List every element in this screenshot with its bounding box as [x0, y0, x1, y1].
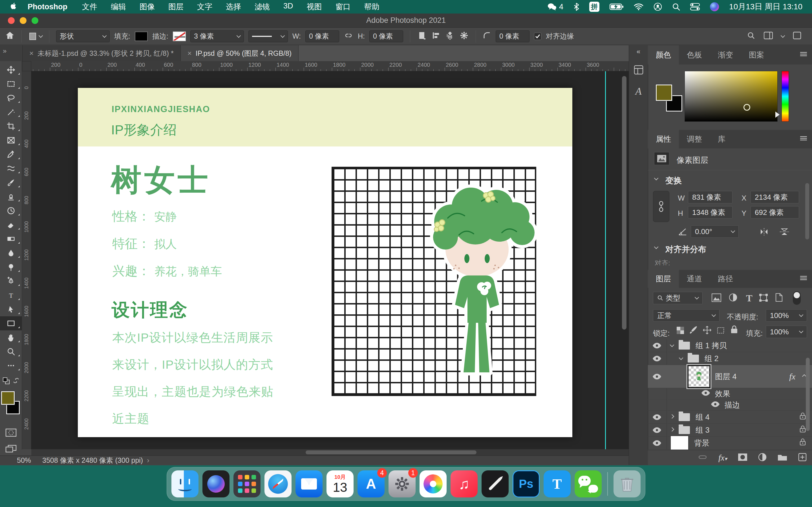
move-tool[interactable]	[0, 63, 22, 77]
transform-w-input[interactable]: 831 像素	[688, 191, 732, 203]
menu-datetime[interactable]: 10月13日 周日 13:10	[729, 1, 802, 12]
stroke-width-dropdown[interactable]: 3 像素	[190, 31, 244, 42]
flip-vertical-icon[interactable]	[779, 227, 790, 238]
document-tab-2[interactable]: ×IP.psd @ 50% (图层 4, RGB/8)	[181, 45, 299, 61]
minimize-window-button[interactable]	[20, 17, 27, 24]
layers-menu-icon[interactable]	[800, 276, 808, 282]
eraser-tool[interactable]	[0, 218, 22, 232]
fill-opacity-dropdown[interactable]: 100%	[766, 326, 807, 338]
layer-filter-toggle[interactable]	[793, 291, 801, 305]
dock-photoshop[interactable]: Ps	[513, 470, 540, 497]
transform-h-input[interactable]: 1348 像素	[688, 206, 732, 219]
dock-settings[interactable]: 1	[389, 470, 416, 497]
dock-safari[interactable]	[264, 470, 292, 497]
dock-launchpad[interactable]	[234, 470, 260, 497]
filter-pixel-layers-icon[interactable]	[712, 293, 721, 303]
healing-tool[interactable]	[0, 161, 22, 175]
fill-swatch[interactable]	[135, 32, 148, 41]
dock-calendar[interactable]: 10月13	[326, 470, 354, 497]
layer-filter-dropdown[interactable]: 类型	[653, 292, 703, 304]
layer-row-描边[interactable]: 描边	[648, 399, 812, 411]
ruler-origin-corner[interactable]	[22, 61, 31, 71]
layer-visibility-eye-icon[interactable]	[648, 414, 666, 420]
dock-wechat[interactable]	[574, 470, 602, 497]
document-tab-1[interactable]: ×未标题-1.psd @ 33.3% (形状 2 拷贝, 红/8) *	[22, 45, 181, 61]
lock-all-icon[interactable]	[730, 325, 738, 335]
properties-scrollbar[interactable]	[805, 183, 809, 239]
layer-visibility-eye-icon[interactable]	[648, 440, 666, 446]
color-picker-ring[interactable]	[744, 104, 750, 111]
dock-siri[interactable]	[202, 470, 230, 497]
color-tab-图案[interactable]: 图案	[741, 45, 772, 64]
magic-wand-tool[interactable]	[0, 105, 22, 119]
search-tools-icon[interactable]	[747, 31, 755, 41]
toolbar-collapse-chevrons[interactable]: »	[0, 45, 22, 61]
quick-mask-icon[interactable]	[5, 429, 17, 438]
group-expand-chevron[interactable]	[679, 355, 683, 360]
filter-type-layers-icon[interactable]: T	[746, 293, 753, 304]
document-horizontal-scrollbar[interactable]	[306, 450, 476, 454]
layer-visibility-eye-icon[interactable]	[648, 374, 666, 380]
menu-图层[interactable]: 图层	[168, 2, 184, 12]
menu-图像[interactable]: 图像	[140, 2, 155, 12]
home-icon[interactable]	[5, 31, 15, 42]
dock-app-store[interactable]: A4	[357, 470, 385, 497]
dock-notes[interactable]	[481, 470, 509, 497]
dock-mail[interactable]	[296, 470, 322, 497]
control-center-icon[interactable]	[690, 3, 700, 11]
transform-x-input[interactable]: 2134 像素	[751, 191, 799, 203]
panel-collapse-chevrons[interactable]: «	[637, 48, 640, 55]
filter-adjustment-layers-icon[interactable]	[728, 293, 738, 303]
dock-finder[interactable]	[171, 470, 199, 497]
workspace-panel-icon[interactable]	[764, 32, 773, 41]
wh-link-button[interactable]	[653, 191, 669, 222]
menu-编辑[interactable]: 编辑	[111, 2, 126, 12]
apple-menu-icon[interactable]	[10, 2, 16, 12]
screen-mode-icon[interactable]	[5, 444, 17, 454]
layer-visibility-eye-icon[interactable]	[648, 342, 666, 349]
lock-pixels-icon[interactable]	[689, 326, 698, 336]
layer-style-fx-icon[interactable]: fx▾	[718, 453, 727, 462]
filter-smart-objects-icon[interactable]	[775, 293, 783, 303]
layer-row-图层 4[interactable]: 图层 4fx	[648, 365, 812, 388]
workspace-chevron-icon[interactable]	[781, 33, 785, 38]
properties-tab-调整[interactable]: 调整	[679, 130, 710, 149]
new-layer-icon[interactable]	[798, 453, 807, 462]
tool-preset-icon[interactable]	[29, 32, 42, 41]
status-chevron-icon[interactable]: ›	[147, 456, 149, 464]
align-edges-checkbox[interactable]	[534, 33, 541, 40]
document-horizontal-scrollbar-track[interactable]	[31, 449, 629, 455]
input-method-icon[interactable]: 拼	[589, 2, 599, 12]
zoom-level-field[interactable]: 50%	[17, 456, 31, 464]
menu-滤镜[interactable]: 滤镜	[255, 2, 270, 12]
lock-artboard-icon[interactable]	[716, 326, 725, 336]
clone-stamp-tool[interactable]	[0, 189, 22, 204]
horizontal-ruler[interactable]: 2000200400600800100012001400160018002000…	[31, 61, 629, 71]
rectangle-tool[interactable]	[0, 316, 22, 330]
hue-slider-pointer[interactable]	[775, 112, 779, 118]
hand-tool[interactable]	[0, 330, 22, 344]
menu-帮助[interactable]: 帮助	[364, 2, 379, 12]
type-tool[interactable]: T	[0, 288, 22, 302]
menu-选择[interactable]: 选择	[226, 2, 241, 12]
path-operations-icon[interactable]	[417, 31, 426, 42]
hue-slider[interactable]	[781, 71, 789, 122]
collapsed-panel-icon-glyphs[interactable]: A	[636, 86, 642, 97]
layer-row-组 2[interactable]: 组 2	[648, 352, 812, 365]
stroke-style-dropdown[interactable]	[248, 31, 288, 42]
canvas-area[interactable]: IPXINXIANGJIESHAO IP形象介绍 树女士 性格：安静特征：拟人兴…	[31, 71, 629, 449]
opacity-dropdown[interactable]: 100%	[766, 309, 807, 322]
group-expand-chevron[interactable]	[670, 342, 674, 347]
layer-visibility-eye-icon[interactable]	[648, 427, 666, 433]
brush-tool[interactable]	[0, 175, 22, 189]
blend-mode-dropdown[interactable]: 正常	[653, 309, 719, 322]
corner-radius-input[interactable]: 0 像素	[496, 31, 529, 42]
rotate-angle-dropdown[interactable]: 0.00°	[691, 225, 739, 238]
marquee-tool[interactable]	[0, 77, 22, 91]
battery-icon[interactable]	[610, 3, 624, 10]
wechat-status-icon[interactable]: 4	[547, 3, 563, 11]
layers-scrollbar[interactable]	[806, 358, 810, 431]
zoom-window-button[interactable]	[32, 17, 38, 24]
default-colors-icon[interactable]	[3, 377, 10, 386]
zoom-tool[interactable]	[0, 344, 22, 358]
